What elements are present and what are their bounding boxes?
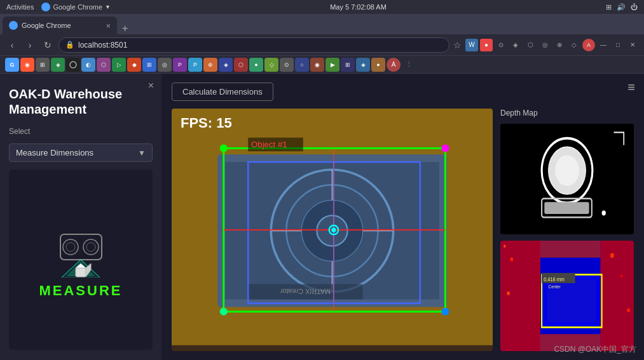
bm-icon-21[interactable]: ◉ [310, 58, 324, 72]
svg-point-0 [70, 62, 76, 68]
bm-icon-5[interactable] [66, 58, 80, 72]
bm-icon-4[interactable]: ◈ [51, 58, 65, 72]
back-button[interactable]: ‹ [5, 38, 19, 52]
ext-icon-5[interactable]: ⬡ [524, 39, 537, 51]
main-content: × OAK-D Warehouse Management Select Meas… [0, 74, 644, 360]
main-video-feed: FPS: 15 [172, 109, 493, 351]
svg-point-31 [441, 308, 449, 316]
maximize-button[interactable]: □ [612, 39, 624, 51]
power-icon: ⏻ [631, 3, 638, 11]
video-frame-overlay: MATRIX Creator [172, 109, 493, 345]
bm-icon-25[interactable]: ● [371, 58, 385, 72]
credit-text: CSDN @OAK中国_官方 [554, 344, 636, 355]
svg-rect-57 [507, 291, 510, 295]
address-bar[interactable]: 🔒 localhost:8501 [58, 37, 449, 53]
bm-icon-11[interactable]: ◎ [158, 58, 172, 72]
mode-dropdown[interactable]: Measure Dimensions ▼ [9, 143, 153, 162]
bm-icon-3[interactable]: ⊞ [36, 58, 50, 72]
depth-map-svg [500, 124, 634, 234]
bm-icon-2[interactable]: ◉ [20, 58, 34, 72]
bm-icon-12[interactable]: P [173, 58, 187, 72]
depth-map-display [500, 124, 634, 234]
right-panel: Depth Map [500, 109, 634, 351]
bm-icon-1[interactable]: G [5, 58, 19, 72]
svg-point-3 [66, 243, 75, 251]
bm-icon-22[interactable]: ▶ [325, 58, 339, 72]
os-topbar: Activities Google Chrome ▼ May 5 7:02:08… [0, 0, 644, 14]
bm-icon-8[interactable]: ▷ [112, 58, 126, 72]
bm-icon-6[interactable]: ◐ [81, 58, 95, 72]
reload-button[interactable]: ↻ [41, 38, 55, 52]
bm-icon-24[interactable]: ◈ [356, 58, 370, 72]
bm-icon-14[interactable]: ⊕ [203, 58, 217, 72]
forward-button[interactable]: › [23, 38, 37, 52]
tab-close-button[interactable]: × [106, 21, 111, 30]
svg-point-30 [220, 308, 228, 316]
tab-bar-actions: + [122, 23, 128, 34]
network-icon: ⊞ [606, 3, 612, 11]
bm-icon-10[interactable]: ⊞ [142, 58, 156, 72]
bm-icon-9[interactable]: ◆ [127, 58, 141, 72]
svg-rect-49 [500, 241, 540, 351]
os-topbar-left: Activities Google Chrome ▼ [6, 3, 111, 11]
bm-icon-23[interactable]: ⊞ [341, 58, 355, 72]
bm-icon-19[interactable]: ⊙ [280, 58, 294, 72]
ext-icon-8[interactable]: ◇ [568, 39, 580, 51]
browser-indicator: Google Chrome ▼ [41, 3, 111, 11]
fps-counter: FPS: 15 [181, 115, 232, 131]
bm-icon-7[interactable]: ⬡ [97, 58, 111, 72]
svg-rect-58 [627, 309, 630, 312]
depth-map-label: Depth Map [500, 109, 634, 117]
browser-tabs-bar: Google Chrome × + [0, 14, 644, 34]
ext-icon-1[interactable]: W [465, 39, 478, 51]
ext-icon-6[interactable]: ◎ [538, 39, 551, 51]
ext-icon-3[interactable]: ⊙ [495, 39, 507, 51]
content-panel: ≡ Calculate Dimensions FPS: 15 [161, 74, 644, 360]
minimize-button[interactable]: — [597, 39, 610, 51]
active-tab[interactable]: Google Chrome × [3, 17, 117, 34]
os-datetime: May 5 7:02:08 AM [330, 3, 387, 11]
user-avatar-bm[interactable]: A [387, 58, 401, 72]
browser-toolbar: ‹ › ↻ 🔒 localhost:8501 ☆ W ● ⊙ ◈ ⬡ ◎ ⊕ ◇… [0, 34, 644, 56]
bm-icon-20[interactable]: ○ [295, 58, 309, 72]
calculate-dimensions-button[interactable]: Calculate Dimensions [172, 83, 273, 101]
svg-text:0.416 mm: 0.416 mm [544, 276, 565, 283]
app-title: OAK-D Warehouse Management [9, 86, 153, 117]
avatar-icon[interactable]: A [582, 39, 595, 51]
ext-icon-7[interactable]: ⊕ [553, 39, 566, 51]
bm-overflow[interactable]: ⋮ [402, 58, 416, 72]
bm-icon-18[interactable]: ◇ [264, 58, 278, 72]
ext-icon-2[interactable]: ● [480, 39, 493, 51]
svg-text:Object #1: Object #1 [251, 140, 287, 149]
svg-rect-56 [620, 275, 622, 277]
activities-label[interactable]: Activities [6, 3, 34, 11]
bookmark-star-icon[interactable]: ☆ [453, 40, 462, 50]
svg-rect-54 [510, 258, 513, 261]
svg-point-37 [331, 228, 336, 232]
select-label: Select [9, 127, 153, 136]
bm-icon-13[interactable]: P [188, 58, 202, 72]
sidebar-close-button[interactable]: × [148, 80, 154, 91]
bm-icon-16[interactable]: ⬡ [234, 58, 248, 72]
tab-title: Google Chrome [22, 22, 71, 29]
measure-logo-text: MEASURE [39, 283, 122, 299]
hamburger-menu-button[interactable]: ≡ [627, 80, 635, 95]
color-map-svg: 0.416 mm Center [500, 241, 634, 351]
new-tab-button[interactable]: + [122, 23, 128, 34]
svg-rect-50 [601, 241, 634, 351]
svg-text:Center: Center [549, 283, 561, 290]
svg-rect-55 [610, 253, 613, 258]
bm-icon-17[interactable]: ● [249, 58, 263, 72]
browser-close-button[interactable]: ✕ [626, 39, 639, 51]
svg-point-47 [602, 211, 606, 216]
color-map-display: 0.416 mm Center [500, 241, 634, 351]
svg-rect-51 [540, 241, 601, 258]
url-text: localhost:8501 [78, 41, 127, 50]
svg-point-44 [555, 156, 579, 186]
svg-text:MATRIX Creator: MATRIX Creator [280, 288, 331, 295]
bm-icon-15[interactable]: ◈ [219, 58, 233, 72]
ext-icon-4[interactable]: ◈ [509, 39, 522, 51]
svg-point-29 [441, 145, 449, 152]
svg-rect-11 [76, 268, 86, 277]
sidebar: × OAK-D Warehouse Management Select Meas… [0, 74, 161, 360]
